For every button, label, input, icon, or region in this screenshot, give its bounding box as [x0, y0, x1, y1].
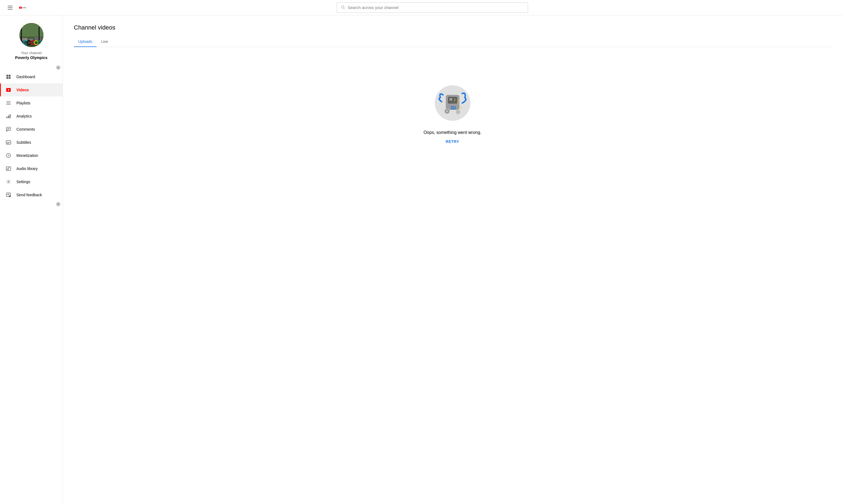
sidebar-item-dashboard-label: Dashboard [16, 75, 35, 79]
svg-rect-28 [8, 115, 9, 118]
svg-rect-20 [6, 77, 8, 79]
avatar-illustration [19, 23, 43, 47]
settings-icon [5, 179, 12, 185]
sidebar-item-settings[interactable]: Settings [0, 175, 63, 188]
svg-rect-27 [6, 117, 7, 118]
sidebar: Your channel Poverty Olympics ▲ Dashboar… [0, 15, 63, 504]
menu-button[interactable] [5, 3, 15, 12]
comments-icon [5, 126, 12, 132]
svg-line-41 [8, 167, 10, 168]
svg-rect-50 [448, 97, 457, 104]
channel-label: Your channel [21, 51, 41, 55]
logo[interactable]: Studio [19, 5, 28, 11]
svg-text:$: $ [8, 154, 9, 157]
svg-rect-29 [10, 114, 11, 118]
sidebar-item-dashboard[interactable]: Dashboard [0, 70, 63, 83]
search-icon [341, 5, 345, 11]
sidebar-item-subtitles[interactable]: Subtitles [0, 136, 63, 149]
svg-rect-30 [6, 127, 11, 131]
svg-rect-10 [34, 37, 41, 40]
svg-point-39 [7, 168, 8, 170]
channel-info: Your channel Poverty Olympics [0, 15, 63, 65]
search-bar[interactable] [337, 2, 528, 13]
tab-uploads[interactable]: Uploads [74, 37, 97, 47]
retry-button[interactable]: RETRY [446, 139, 459, 144]
svg-point-3 [341, 5, 344, 8]
avatar [19, 23, 43, 47]
sidebar-item-subtitles-label: Subtitles [16, 140, 31, 145]
sidebar-item-comments-label: Comments [16, 127, 35, 131]
error-illustration: 3D [431, 80, 474, 124]
svg-rect-19 [9, 75, 11, 77]
subtitles-icon [5, 139, 12, 145]
app-header: Studio [0, 0, 842, 15]
channel-name: Poverty Olympics [15, 55, 47, 60]
send-feedback-icon: ! [5, 192, 12, 198]
page-title: Channel videos [74, 24, 831, 31]
tabs: Uploads Live [74, 37, 831, 47]
sidebar-item-playlists[interactable]: Playlists [0, 96, 63, 110]
main-content: Channel videos Uploads Live [63, 15, 842, 504]
svg-rect-21 [9, 77, 11, 79]
tab-live[interactable]: Live [97, 37, 112, 47]
sidebar-item-audio-library[interactable]: Audio library [0, 162, 63, 175]
sidebar-item-comments[interactable]: Comments [0, 123, 63, 136]
sidebar-item-monetization-label: Monetization [16, 153, 38, 158]
audio-library-icon [5, 166, 12, 172]
svg-text:Studio: Studio [22, 7, 26, 8]
error-message: Oops, something went wrong. [424, 130, 481, 135]
playlists-icon [5, 100, 12, 106]
svg-rect-18 [6, 75, 8, 77]
sidebar-item-monetization[interactable]: $ Monetization [0, 149, 63, 162]
sidebar-item-audio-library-label: Audio library [16, 166, 38, 171]
analytics-icon [5, 113, 12, 119]
scroll-up-button[interactable]: ▲ [56, 65, 60, 70]
sidebar-item-send-feedback[interactable]: ! Send feedback [0, 188, 63, 201]
nav-list: Dashboard Videos [0, 70, 63, 201]
scroll-down-button[interactable]: ▼ [56, 202, 60, 206]
sidebar-item-settings-label: Settings [16, 180, 30, 184]
layout: Your channel Poverty Olympics ▲ Dashboar… [0, 15, 842, 504]
youtube-logo-icon: Studio [19, 5, 28, 11]
sidebar-item-playlists-label: Playlists [16, 101, 30, 105]
svg-text:3D: 3D [451, 106, 456, 110]
sidebar-item-videos[interactable]: Videos [0, 83, 63, 96]
monetization-icon: $ [5, 152, 12, 159]
dashboard-icon [5, 74, 12, 80]
sidebar-item-send-feedback-label: Send feedback [16, 193, 42, 197]
error-state: 3D Oops, something went wrong. RETRY [74, 47, 831, 166]
sidebar-item-videos-label: Videos [16, 88, 29, 92]
svg-rect-8 [22, 38, 28, 41]
svg-point-42 [8, 181, 9, 183]
sidebar-item-analytics[interactable]: Analytics [0, 110, 63, 123]
videos-icon [5, 87, 12, 93]
svg-rect-11 [21, 29, 22, 41]
svg-point-57 [456, 110, 460, 114]
svg-rect-12 [38, 27, 40, 41]
svg-line-4 [344, 8, 345, 9]
sidebar-item-analytics-label: Analytics [16, 114, 32, 118]
search-input[interactable] [348, 5, 524, 10]
header-left: Studio [5, 3, 28, 12]
